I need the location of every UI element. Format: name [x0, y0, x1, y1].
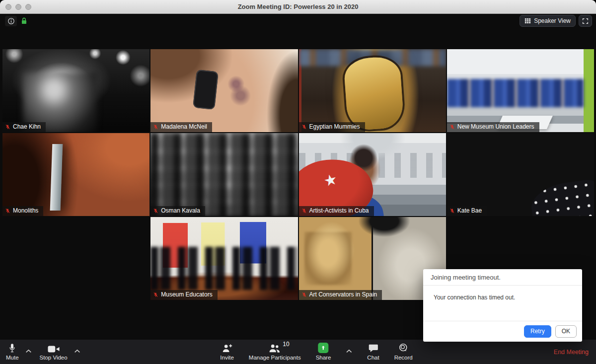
close-window-button[interactable] [5, 4, 11, 10]
dialog-title: Joining meeting timeout. [423, 269, 582, 286]
participants-icon [269, 344, 281, 353]
video-tile-chae-kihn[interactable]: Chae Kihn [2, 49, 149, 132]
gallery-grid-icon [524, 18, 531, 24]
video-options-chevron[interactable] [74, 346, 80, 355]
video-camera-icon [48, 345, 60, 353]
share-options-chevron[interactable] [346, 346, 352, 355]
retry-button[interactable]: Retry [524, 325, 551, 338]
participant-name: Egyptian Mummies [309, 124, 360, 130]
muted-mic-icon [301, 208, 307, 214]
invite-label: Invite [220, 355, 234, 361]
dialog-message: Your connection has timed out. [423, 286, 582, 321]
participant-nameplate: Chae Kihn [2, 122, 46, 132]
video-tile-kate-bae[interactable]: Kate Bae [447, 133, 594, 216]
lock-icon [20, 17, 28, 25]
participant-nameplate: Museum Educators [150, 290, 217, 300]
stop-video-button[interactable]: Stop Video [40, 343, 68, 361]
window-titlebar: Zoom Meeting ID: Powerless 20 in 2020 [0, 0, 596, 14]
fullscreen-button[interactable] [579, 15, 592, 27]
microphone-icon [8, 343, 16, 353]
muted-mic-icon [5, 208, 10, 214]
meeting-topbar: Speaker View [5, 15, 592, 27]
muted-mic-icon [153, 292, 158, 297]
mute-label: Mute [6, 355, 19, 361]
muted-mic-icon [5, 124, 10, 130]
participant-name: Chae Kihn [13, 124, 41, 130]
participant-nameplate: Osman Kavala [150, 206, 205, 216]
participant-nameplate: Madalena McNeil [150, 122, 212, 132]
participant-name: Artist-Activists in Cuba [309, 208, 369, 214]
share-screen-icon [320, 345, 326, 351]
minimize-window-button[interactable] [15, 4, 21, 10]
stop-video-label: Stop Video [40, 355, 68, 361]
video-tile-madalena-mcneil[interactable]: Madalena McNeil [150, 49, 298, 132]
participant-nameplate: Kate Bae [447, 206, 487, 216]
manage-participants-label: Manage Participants [249, 355, 301, 361]
meeting-toolbar: Mute Stop Video [0, 340, 596, 364]
muted-mic-icon [449, 124, 455, 130]
participant-name: Osman Kavala [161, 208, 200, 214]
participant-name: New Museum Union Leaders [457, 124, 534, 130]
muted-mic-icon [301, 124, 307, 130]
speaker-view-button[interactable]: Speaker View [520, 15, 576, 27]
meeting-content: Speaker View Chae Kihn Madalena McNeil [0, 14, 596, 364]
speaker-view-label: Speaker View [534, 17, 571, 24]
participant-name: Art Conservators in Spain [309, 291, 377, 298]
share-label: Share [316, 355, 331, 361]
muted-mic-icon [449, 208, 455, 214]
end-meeting-button[interactable]: End Meeting [554, 349, 589, 356]
chevron-up-icon [346, 349, 352, 353]
video-tile-osman-kavala[interactable]: Osman Kavala [150, 133, 298, 216]
invite-button[interactable]: Invite [220, 343, 234, 361]
record-label: Record [394, 355, 413, 361]
muted-mic-icon [301, 292, 307, 297]
participant-name: Monoliths [13, 208, 38, 214]
video-tile-egyptian-mummies[interactable]: Egyptian Mummies [299, 49, 446, 132]
participants-count-badge: 10 [283, 341, 289, 347]
mute-button[interactable]: Mute [6, 343, 19, 361]
muted-mic-icon [153, 208, 158, 214]
video-grid: Chae Kihn Madalena McNeil Egyptian Mummi… [2, 49, 594, 300]
chat-label: Chat [367, 355, 379, 361]
joining-timeout-dialog: Joining meeting timeout. Your connection… [423, 269, 582, 342]
manage-participants-button[interactable]: 10 Manage Participants [249, 343, 301, 361]
chevron-up-icon [74, 349, 80, 353]
chat-button[interactable]: Chat [367, 343, 379, 361]
participant-nameplate: Monoliths [2, 206, 43, 216]
share-button[interactable]: Share [316, 343, 331, 361]
participant-nameplate: Art Conservators in Spain [299, 290, 382, 300]
participant-name: Kate Bae [457, 208, 482, 214]
info-icon [7, 17, 15, 25]
mute-options-chevron[interactable] [25, 346, 32, 355]
window-title: Zoom Meeting ID: Powerless 20 in 2020 [238, 3, 359, 10]
participant-nameplate: Artist-Activists in Cuba [299, 206, 374, 216]
ok-button[interactable]: OK [555, 325, 577, 338]
record-icon [398, 343, 409, 353]
video-tile-new-museum-union-leaders[interactable]: New Museum Union Leaders [447, 49, 594, 132]
video-tile-monoliths[interactable]: Monoliths [2, 133, 149, 216]
invite-person-icon [222, 343, 232, 353]
chat-bubble-icon [368, 344, 378, 353]
fullscreen-icon [582, 18, 589, 24]
participant-nameplate: Egyptian Mummies [299, 122, 365, 132]
zoom-window: Zoom Meeting ID: Powerless 20 in 2020 [0, 0, 596, 364]
muted-mic-icon [153, 124, 158, 130]
meeting-info-button[interactable] [5, 16, 17, 26]
dialog-footer: Retry OK [423, 321, 582, 342]
participant-nameplate: New Museum Union Leaders [447, 122, 539, 132]
encryption-lock-button[interactable] [20, 17, 28, 25]
record-button[interactable]: Record [394, 343, 413, 361]
chevron-up-icon [25, 349, 32, 353]
traffic-lights [5, 4, 31, 10]
video-tile-museum-educators[interactable]: Museum Educators [150, 217, 298, 300]
participant-name: Museum Educators [161, 291, 212, 298]
participant-name: Madalena McNeil [161, 124, 207, 130]
zoom-window-button[interactable] [25, 4, 31, 10]
video-tile-artist-activists-in-cuba[interactable]: Artist-Activists in Cuba [299, 133, 446, 216]
